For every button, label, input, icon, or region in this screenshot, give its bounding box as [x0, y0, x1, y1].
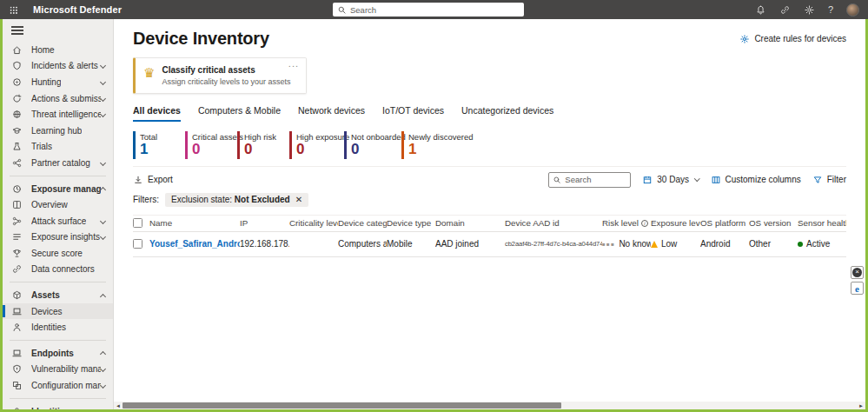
scroll-left-arrow-icon[interactable]: ◄	[114, 403, 123, 409]
tab-uncategorized-devices[interactable]: Uncategorized devices	[461, 105, 553, 122]
info-icon[interactable]: i	[641, 220, 648, 227]
device-counters: Total1 Critical assets0 High risk0 High …	[133, 131, 846, 159]
calendar-icon	[642, 175, 653, 185]
app-title: Microsoft Defender	[33, 4, 122, 15]
global-search-input[interactable]	[350, 5, 520, 15]
toolbar-right: 30 Days Customize columns Filter	[548, 172, 846, 188]
col-sensor-health-state[interactable]: Sensor health state	[798, 218, 846, 228]
sidebar-item-exposure-insights[interactable]: Exposure insights	[3, 229, 113, 246]
sidebar-item-actions-submissions[interactable]: Actions & submissions	[3, 90, 113, 107]
customize-columns-label: Customize columns	[726, 175, 801, 184]
columns-icon	[711, 175, 721, 185]
notifications-bell-icon[interactable]	[755, 4, 766, 16]
sidebar-section-endpoints[interactable]: Endpoints	[3, 345, 113, 362]
create-rules-button[interactable]: Create rules for devices	[739, 34, 846, 44]
tab-iot-ot-devices[interactable]: IoT/OT devices	[382, 105, 444, 122]
sidebar-item-home[interactable]: Home	[3, 42, 113, 58]
create-rules-label: Create rules for devices	[754, 34, 846, 43]
row-checkbox[interactable]	[133, 239, 142, 249]
hamburger-menu-icon[interactable]	[11, 26, 23, 35]
widget-close-button[interactable]: ×	[851, 266, 864, 279]
widget-e-button[interactable]: e	[851, 282, 864, 295]
col-name[interactable]: Name	[149, 218, 240, 228]
sidebar-section-identities[interactable]: Identities	[3, 403, 113, 409]
filters-label: Filters:	[133, 195, 159, 204]
graduation-cap-icon	[11, 124, 23, 136]
active-filters-row: Filters: Exclusion state: Not Excluded ✕	[133, 193, 846, 207]
sidebar-item-configuration-management[interactable]: Configuration management	[3, 377, 113, 394]
sidebar-divider	[10, 340, 106, 341]
col-domain[interactable]: Domain	[435, 218, 505, 228]
e-logo-icon: e	[855, 283, 859, 294]
table-search-input[interactable]	[565, 175, 626, 184]
remove-filter-icon[interactable]: ✕	[295, 196, 302, 204]
sidebar-section-exposure-management[interactable]: Exposure management	[3, 181, 113, 197]
filter-button[interactable]: Filter	[812, 175, 846, 185]
sidebar-item-attack-surface[interactable]: Attack surface	[3, 213, 113, 229]
customize-columns-button[interactable]: Customize columns	[711, 175, 801, 185]
col-device-type[interactable]: Device type	[387, 218, 435, 228]
table-row[interactable]: Yousef_Safiran_Android 192.168.178.66 Co…	[133, 232, 846, 257]
chevron-up-icon	[100, 294, 106, 300]
col-exposure-level[interactable]: Exposure leveli	[651, 218, 700, 228]
col-os-version[interactable]: OS version	[749, 218, 798, 228]
table-search-box[interactable]	[548, 172, 631, 188]
user-avatar[interactable]	[846, 3, 859, 17]
sidebar-item-hunting[interactable]: Hunting	[3, 74, 113, 90]
scrollbar-thumb[interactable]	[123, 402, 561, 409]
tab-network-devices[interactable]: Network devices	[298, 105, 365, 122]
rules-gear-icon	[739, 34, 750, 44]
cell-device-category: Computers and Mo...	[338, 239, 387, 249]
global-search-box[interactable]	[333, 3, 524, 17]
chevron-down-icon	[100, 79, 106, 85]
col-criticality-level[interactable]: Criticality level	[289, 218, 338, 228]
sidebar-item-devices[interactable]: Devices	[3, 303, 113, 320]
link-icon[interactable]	[779, 4, 791, 16]
classify-critical-assets-card[interactable]: ♛ Classify critical assets Assign critic…	[133, 57, 307, 94]
col-device-category[interactable]: Device category	[338, 218, 387, 228]
filter-chip-exclusion-state[interactable]: Exclusion state: Not Excluded ✕	[165, 193, 308, 207]
sidebar-item-trials[interactable]: Trials	[3, 139, 113, 156]
help-icon[interactable]: ?	[828, 4, 833, 15]
sidebar-item-threat-intelligence[interactable]: Threat intelligence	[3, 106, 113, 123]
card-more-options-icon[interactable]: ...	[288, 58, 299, 69]
cell-exposure-level: Low	[651, 239, 700, 249]
trophy-icon	[11, 247, 23, 259]
chevron-up-icon	[100, 187, 106, 193]
app-launcher-waffle-icon[interactable]	[3, 0, 23, 19]
col-os-platform[interactable]: OS platform	[700, 218, 749, 228]
sidebar-item-overview[interactable]: Overview	[3, 196, 113, 213]
device-tabs: All devices Computers & Mobile Network d…	[133, 105, 846, 122]
sidebar-section-assets[interactable]: Assets	[3, 287, 113, 303]
laptop-icon	[11, 305, 23, 317]
warning-triangle-icon	[651, 241, 658, 248]
col-device-aad-id[interactable]: Device AAD id	[505, 218, 602, 228]
scroll-right-arrow-icon[interactable]: ►	[857, 403, 865, 409]
person-icon	[11, 405, 23, 409]
settings-gear-icon[interactable]	[804, 4, 815, 16]
sidebar-item-secure-score[interactable]: Secure score	[3, 245, 113, 262]
sidebar-item-identities[interactable]: Identities	[3, 319, 113, 336]
chevron-down-icon	[100, 160, 106, 166]
date-range-dropdown[interactable]: 30 Days	[642, 175, 699, 185]
table-toolbar: Export 30 Days Customize columns	[133, 172, 846, 188]
chevron-down-icon	[100, 63, 106, 69]
cell-domain: AAD joined	[435, 239, 505, 249]
sidebar-divider	[10, 282, 106, 282]
device-name-link[interactable]: Yousef_Safiran_Android	[149, 239, 240, 249]
select-all-checkbox[interactable]	[133, 218, 142, 228]
sidebar-item-partner-catalog[interactable]: Partner catalog	[3, 155, 113, 171]
col-ip[interactable]: IP	[240, 218, 289, 228]
tab-all-devices[interactable]: All devices	[133, 105, 181, 122]
export-button[interactable]: Export	[133, 175, 173, 185]
counter-total: Total1	[133, 131, 182, 159]
chevron-down-icon	[100, 234, 106, 240]
horizontal-scrollbar[interactable]: ◄ ►	[114, 402, 865, 409]
sidebar-item-vulnerability-management[interactable]: Vulnerability management	[3, 362, 113, 378]
sidebar-item-incidents-alerts[interactable]: Incidents & alerts	[3, 58, 113, 75]
sidebar-item-data-connectors[interactable]: Data connectors	[3, 262, 113, 278]
tab-computers-mobile[interactable]: Computers & Mobile	[198, 105, 281, 122]
sidebar-item-learning-hub[interactable]: Learning hub	[3, 123, 113, 139]
table-header-row: Name IP Criticality level Device categor…	[133, 215, 846, 232]
col-risk-level[interactable]: Risk leveli↓	[602, 218, 651, 228]
